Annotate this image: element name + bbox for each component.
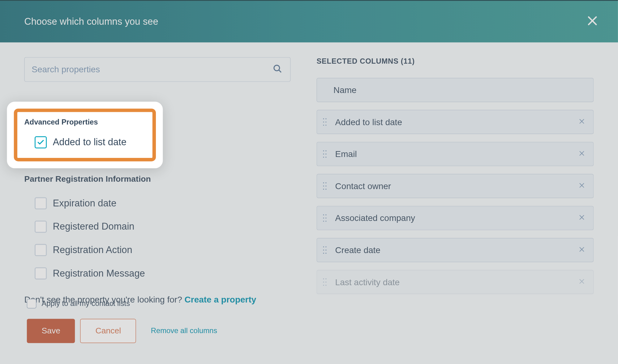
- svg-point-31: [325, 218, 326, 218]
- svg-point-36: [323, 246, 324, 247]
- svg-point-23: [325, 185, 326, 186]
- selected-column-label: Contact owner: [335, 181, 391, 191]
- property-row-added-to-list-date[interactable]: Added to list date: [24, 133, 145, 148]
- svg-point-12: [323, 150, 324, 151]
- property-row[interactable]: Registration Action: [24, 238, 290, 262]
- svg-point-2: [274, 65, 280, 70]
- checkbox-unchecked-icon[interactable]: [35, 267, 47, 279]
- checkbox-unchecked-icon[interactable]: [35, 197, 47, 209]
- checkbox-unchecked-icon[interactable]: [35, 221, 47, 233]
- create-property-link[interactable]: Create a property: [185, 294, 256, 304]
- drag-handle-icon[interactable]: [322, 245, 328, 255]
- svg-point-29: [325, 214, 326, 215]
- svg-point-38: [323, 250, 324, 251]
- selected-columns-heading: SELECTED COLUMNS (11): [316, 57, 594, 66]
- svg-point-9: [325, 125, 326, 125]
- search-input[interactable]: [32, 65, 268, 74]
- drag-handle-icon[interactable]: [322, 181, 328, 191]
- apply-all-label: Apply to all my contact lists: [41, 299, 130, 308]
- svg-point-37: [325, 246, 326, 247]
- selected-column-item[interactable]: Email: [316, 142, 594, 166]
- svg-point-14: [323, 154, 324, 154]
- cancel-button[interactable]: Cancel: [80, 319, 136, 343]
- svg-point-22: [323, 185, 324, 186]
- svg-point-32: [323, 221, 324, 222]
- svg-point-40: [323, 253, 324, 254]
- property-label: Added to list date: [53, 137, 127, 148]
- property-row[interactable]: Registered Domain: [24, 215, 290, 239]
- highlight-card: Advanced Properties Added to list date: [7, 102, 163, 168]
- svg-point-6: [323, 121, 324, 122]
- property-label: Registration Message: [53, 268, 145, 279]
- svg-point-5: [325, 118, 326, 119]
- close-icon: [586, 14, 599, 29]
- svg-point-25: [325, 189, 326, 190]
- svg-point-24: [323, 189, 324, 190]
- svg-point-15: [325, 154, 326, 154]
- selected-column-locked: Name: [316, 78, 594, 102]
- selected-column-label: Create date: [335, 245, 380, 255]
- remove-column-button[interactable]: [578, 245, 586, 255]
- save-button[interactable]: Save: [27, 319, 75, 343]
- drag-handle-icon[interactable]: [322, 277, 328, 287]
- svg-line-3: [279, 70, 281, 72]
- svg-point-28: [323, 214, 324, 215]
- svg-point-39: [325, 250, 326, 251]
- search-icon: [273, 64, 282, 75]
- remove-column-button[interactable]: [578, 213, 586, 223]
- svg-point-20: [323, 182, 324, 183]
- svg-point-21: [325, 182, 326, 183]
- svg-point-33: [325, 221, 326, 222]
- svg-point-7: [325, 121, 326, 122]
- drag-handle-icon[interactable]: [322, 213, 328, 223]
- svg-point-45: [325, 278, 326, 279]
- remove-column-button[interactable]: [578, 149, 586, 159]
- svg-point-47: [325, 281, 326, 282]
- property-group-heading: Partner Registration Information: [24, 174, 290, 184]
- property-row[interactable]: Registration Message: [24, 262, 290, 285]
- svg-point-49: [325, 285, 326, 286]
- svg-point-44: [323, 278, 324, 279]
- property-label: Expiration date: [53, 198, 116, 209]
- svg-point-4: [323, 118, 324, 119]
- svg-point-46: [323, 281, 324, 282]
- checkbox-unchecked-icon[interactable]: [27, 299, 36, 308]
- property-list: Expiration date Registered Domain Regist…: [24, 192, 290, 285]
- modal-title: Choose which columns you see: [24, 16, 158, 27]
- modal-header: Choose which columns you see: [0, 0, 618, 42]
- property-group-heading: Advanced Properties: [24, 118, 145, 127]
- remove-all-columns-link[interactable]: Remove all columns: [151, 327, 217, 335]
- selected-column-item[interactable]: Contact owner: [316, 174, 594, 198]
- checkbox-unchecked-icon[interactable]: [35, 244, 47, 256]
- property-row[interactable]: Expiration date: [24, 192, 290, 215]
- remove-column-button[interactable]: [578, 277, 586, 287]
- selected-column-item[interactable]: Create date: [316, 238, 594, 262]
- selected-column-label: Associated company: [335, 213, 415, 223]
- svg-point-13: [325, 150, 326, 151]
- search-input-wrap[interactable]: [24, 57, 290, 82]
- checkbox-checked-icon[interactable]: [35, 136, 47, 148]
- svg-point-8: [323, 125, 324, 125]
- remove-column-button[interactable]: [578, 117, 586, 127]
- drag-handle-icon[interactable]: [322, 149, 328, 159]
- selected-column-label: Email: [335, 149, 357, 159]
- selected-column-label: Name: [333, 85, 357, 95]
- svg-point-41: [325, 253, 326, 254]
- property-label: Registration Action: [53, 244, 132, 256]
- selected-column-label: Added to list date: [335, 117, 402, 127]
- selected-column-item[interactable]: Associated company: [316, 206, 594, 230]
- svg-point-48: [323, 285, 324, 286]
- selected-column-item[interactable]: Last activity date: [316, 270, 594, 294]
- svg-point-17: [325, 157, 326, 158]
- property-label: Registered Domain: [53, 221, 135, 232]
- drag-handle-icon[interactable]: [322, 117, 328, 127]
- selected-column-label: Last activity date: [335, 277, 400, 287]
- svg-point-30: [323, 218, 324, 218]
- close-button[interactable]: [586, 14, 599, 29]
- selected-column-item[interactable]: Added to list date: [316, 110, 594, 134]
- svg-point-16: [323, 157, 324, 158]
- remove-column-button[interactable]: [578, 181, 586, 191]
